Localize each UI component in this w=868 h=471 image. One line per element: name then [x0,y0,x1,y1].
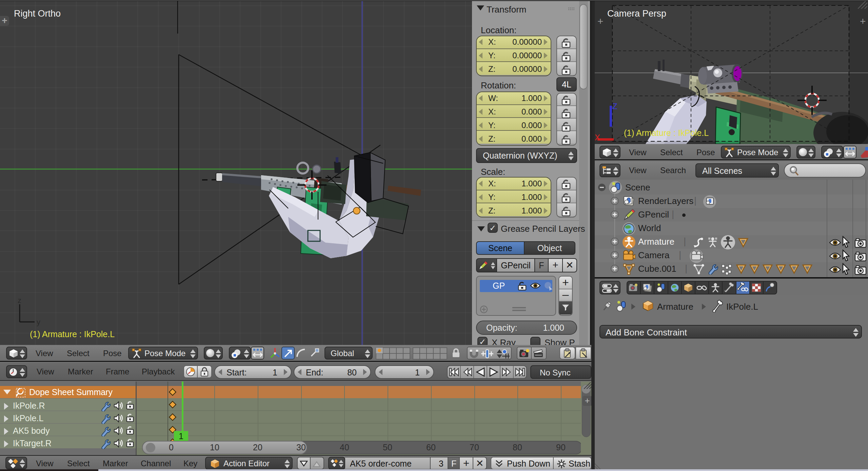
svg-text:z: z [18,298,21,305]
svg-text:Z: Z [612,102,617,111]
svg-text:y: y [37,318,40,326]
svg-text:X: X [595,133,600,142]
